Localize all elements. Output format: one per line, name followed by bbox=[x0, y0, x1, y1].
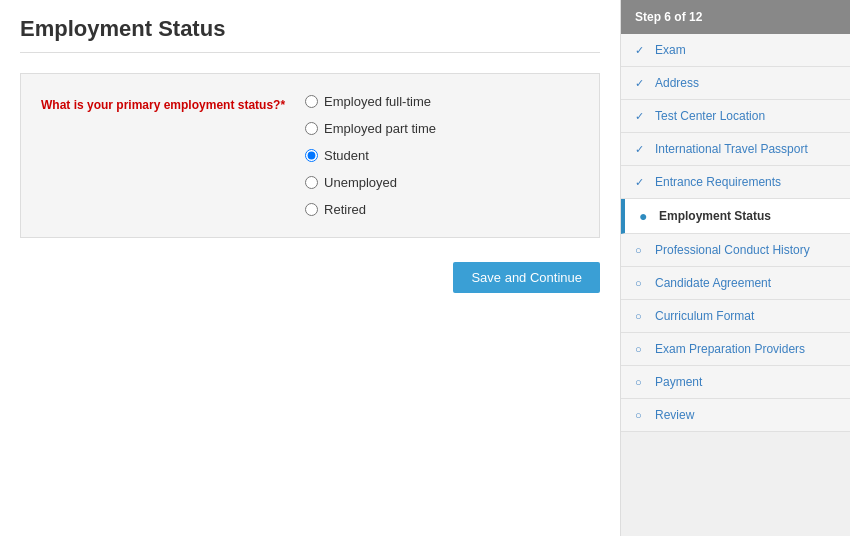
radio-label-retired: Retired bbox=[324, 202, 366, 217]
sidebar-item-entrance[interactable]: ✓ Entrance Requirements bbox=[621, 166, 850, 199]
circle-icon-conduct-history: ○ bbox=[635, 244, 647, 256]
radio-employed-parttime[interactable] bbox=[305, 122, 318, 135]
radio-option-unemployed[interactable]: Unemployed bbox=[305, 175, 436, 190]
circle-icon-payment: ○ bbox=[635, 376, 647, 388]
save-continue-button[interactable]: Save and Continue bbox=[453, 262, 600, 293]
sidebar-label-exam: Exam bbox=[655, 43, 686, 57]
sidebar-header: Step 6 of 12 bbox=[621, 0, 850, 34]
sidebar-item-employment-status[interactable]: ● Employment Status bbox=[621, 199, 850, 234]
sidebar-item-exam[interactable]: ✓ Exam bbox=[621, 34, 850, 67]
check-icon-travel-passport: ✓ bbox=[635, 143, 647, 156]
sidebar-label-candidate-agreement: Candidate Agreement bbox=[655, 276, 771, 290]
sidebar-label-review: Review bbox=[655, 408, 694, 422]
circle-icon-candidate-agreement: ○ bbox=[635, 277, 647, 289]
radio-option-retired[interactable]: Retired bbox=[305, 202, 436, 217]
sidebar-item-conduct-history[interactable]: ○ Professional Conduct History bbox=[621, 234, 850, 267]
sidebar-item-payment[interactable]: ○ Payment bbox=[621, 366, 850, 399]
button-row: Save and Continue bbox=[20, 254, 600, 301]
sidebar-label-travel-passport: International Travel Passport bbox=[655, 142, 808, 156]
sidebar-item-address[interactable]: ✓ Address bbox=[621, 67, 850, 100]
radio-option-student[interactable]: Student bbox=[305, 148, 436, 163]
radio-employed-fulltime[interactable] bbox=[305, 95, 318, 108]
sidebar-label-payment: Payment bbox=[655, 375, 702, 389]
radio-group: Employed full-time Employed part time St… bbox=[305, 94, 436, 217]
check-icon-exam: ✓ bbox=[635, 44, 647, 57]
sidebar-item-candidate-agreement[interactable]: ○ Candidate Agreement bbox=[621, 267, 850, 300]
check-icon-test-center: ✓ bbox=[635, 110, 647, 123]
radio-label-student: Student bbox=[324, 148, 369, 163]
circle-icon-review: ○ bbox=[635, 409, 647, 421]
radio-unemployed[interactable] bbox=[305, 176, 318, 189]
sidebar-item-travel-passport[interactable]: ✓ International Travel Passport bbox=[621, 133, 850, 166]
sidebar-label-conduct-history: Professional Conduct History bbox=[655, 243, 810, 257]
radio-retired[interactable] bbox=[305, 203, 318, 216]
sidebar-item-review[interactable]: ○ Review bbox=[621, 399, 850, 432]
sidebar: Step 6 of 12 ✓ Exam ✓ Address ✓ Test Cen… bbox=[620, 0, 850, 536]
main-content: Employment Status What is your primary e… bbox=[0, 0, 620, 536]
check-icon-address: ✓ bbox=[635, 77, 647, 90]
sidebar-label-curriculum-format: Curriculum Format bbox=[655, 309, 754, 323]
sidebar-label-entrance: Entrance Requirements bbox=[655, 175, 781, 189]
page-title: Employment Status bbox=[20, 16, 600, 53]
sidebar-label-employment-status: Employment Status bbox=[659, 209, 771, 223]
form-question-label: What is your primary employment status?* bbox=[41, 94, 285, 217]
radio-label-employed-fulltime: Employed full-time bbox=[324, 94, 431, 109]
sidebar-item-curriculum-format[interactable]: ○ Curriculum Format bbox=[621, 300, 850, 333]
circle-icon-exam-prep: ○ bbox=[635, 343, 647, 355]
circle-icon-curriculum-format: ○ bbox=[635, 310, 647, 322]
page-wrapper: Employment Status What is your primary e… bbox=[0, 0, 850, 536]
sidebar-label-test-center: Test Center Location bbox=[655, 109, 765, 123]
sidebar-item-exam-prep[interactable]: ○ Exam Preparation Providers bbox=[621, 333, 850, 366]
check-icon-entrance: ✓ bbox=[635, 176, 647, 189]
radio-option-employed-fulltime[interactable]: Employed full-time bbox=[305, 94, 436, 109]
radio-label-unemployed: Unemployed bbox=[324, 175, 397, 190]
radio-option-employed-parttime[interactable]: Employed part time bbox=[305, 121, 436, 136]
radio-student[interactable] bbox=[305, 149, 318, 162]
dot-icon-employment-status: ● bbox=[639, 208, 651, 224]
form-section: What is your primary employment status?*… bbox=[20, 73, 600, 238]
sidebar-label-exam-prep: Exam Preparation Providers bbox=[655, 342, 805, 356]
sidebar-item-test-center[interactable]: ✓ Test Center Location bbox=[621, 100, 850, 133]
sidebar-label-address: Address bbox=[655, 76, 699, 90]
radio-label-employed-parttime: Employed part time bbox=[324, 121, 436, 136]
